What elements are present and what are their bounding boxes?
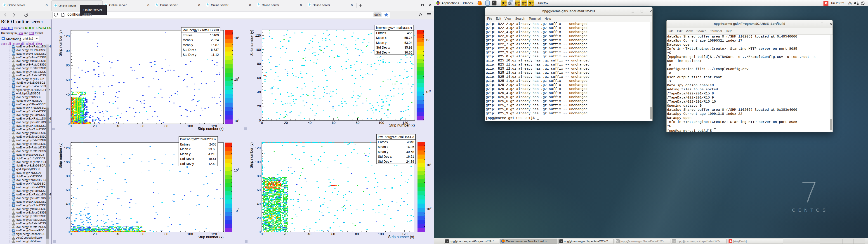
- svg-text:120: 120: [64, 34, 70, 38]
- svg-text:60: 60: [257, 76, 261, 80]
- svg-text:40: 40: [117, 232, 121, 236]
- svg-text:Strip number (x): Strip number (x): [197, 127, 223, 130]
- svg-text:0: 0: [259, 230, 260, 234]
- svg-text:100: 100: [187, 232, 193, 236]
- svg-text:0: 0: [68, 122, 70, 126]
- svg-text:120: 120: [64, 146, 70, 150]
- svg-text:20: 20: [284, 232, 287, 236]
- svg-text:lowEnergyXYTotalDSSD0: lowEnergyXYTotalDSSD0: [183, 28, 219, 32]
- svg-text:Std Dev x: Std Dev x: [376, 45, 390, 49]
- svg-text:Entries: Entries: [376, 31, 386, 35]
- svg-text:16.91: 16.91: [406, 155, 414, 158]
- svg-text:Mean y: Mean y: [378, 150, 388, 154]
- svg-text:Entries: Entries: [180, 143, 190, 146]
- svg-text:4348: 4348: [407, 140, 414, 144]
- svg-text:53.04: 53.04: [404, 41, 412, 44]
- svg-text:120: 120: [255, 33, 261, 37]
- svg-text:120: 120: [255, 146, 260, 150]
- svg-text:100: 100: [64, 49, 70, 53]
- svg-text:Mean y: Mean y: [183, 43, 193, 47]
- svg-text:60: 60: [66, 78, 70, 82]
- svg-text:20: 20: [284, 121, 288, 124]
- svg-text:40: 40: [66, 93, 70, 96]
- svg-text:Std Dev x: Std Dev x: [378, 155, 392, 158]
- svg-text:14.36: 14.36: [406, 145, 414, 149]
- svg-text:100: 100: [426, 90, 431, 94]
- svg-text:40: 40: [308, 121, 312, 124]
- svg-text:Strip number (x): Strip number (x): [389, 123, 415, 127]
- svg-text:100: 100: [378, 121, 384, 124]
- svg-text:lowEnergyXYTotalDSSD1: lowEnergyXYTotalDSSD1: [376, 26, 412, 30]
- svg-text:Entries: Entries: [183, 33, 193, 37]
- svg-text:idas: idas: [518, 2, 520, 4]
- svg-text:20: 20: [257, 216, 260, 220]
- svg-text:60: 60: [332, 121, 336, 124]
- svg-text:40: 40: [257, 90, 261, 94]
- svg-text:idas: idas: [504, 2, 506, 4]
- svg-text:100: 100: [234, 208, 239, 213]
- svg-text:idas: idas: [531, 2, 534, 4]
- svg-text:0: 0: [261, 232, 263, 236]
- svg-text:60: 60: [331, 232, 335, 236]
- svg-text:lowEnergyXYTotalDSSD2: lowEnergyXYTotalDSSD2: [180, 138, 217, 141]
- svg-text:40.68: 40.68: [406, 150, 414, 154]
- svg-text:Strip number (x): Strip number (x): [388, 235, 414, 239]
- svg-text:0: 0: [261, 121, 263, 124]
- svg-text:18.41: 18.41: [209, 157, 216, 161]
- svg-text:Strip number (y): Strip number (y): [250, 142, 253, 168]
- svg-text:11.12: 11.12: [211, 53, 219, 57]
- svg-text:Std Dev y: Std Dev y: [180, 162, 194, 165]
- svg-text:100: 100: [64, 160, 70, 164]
- svg-text:6.337: 6.337: [211, 48, 219, 52]
- svg-text:60: 60: [66, 188, 70, 192]
- svg-text:Mean y: Mean y: [180, 152, 191, 156]
- svg-text:80: 80: [355, 232, 359, 236]
- svg-text:10109: 10109: [210, 33, 219, 37]
- svg-text:100: 100: [426, 207, 432, 211]
- svg-text:101: 101: [234, 168, 239, 172]
- svg-text:lowEnergyXYTotalDSSD3: lowEnergyXYTotalDSSD3: [378, 135, 414, 139]
- svg-text:20: 20: [66, 107, 70, 111]
- svg-text:101: 101: [426, 37, 431, 41]
- svg-text:35.92: 35.92: [404, 45, 412, 49]
- svg-text:100: 100: [255, 48, 261, 52]
- svg-text:60: 60: [257, 188, 260, 192]
- svg-text:24.89: 24.89: [406, 160, 414, 163]
- svg-text:0: 0: [68, 230, 70, 234]
- svg-text:Std Dev x: Std Dev x: [180, 157, 194, 161]
- svg-text:2468: 2468: [209, 143, 216, 146]
- svg-text:Std Dev y: Std Dev y: [376, 51, 390, 54]
- svg-text:2.324: 2.324: [211, 38, 219, 42]
- svg-text:23.65: 23.65: [209, 147, 216, 151]
- svg-text:20: 20: [93, 124, 97, 128]
- svg-text:Mean x: Mean x: [378, 145, 388, 149]
- svg-text:80: 80: [164, 124, 168, 128]
- svg-text:20: 20: [257, 104, 261, 108]
- svg-text:55.73: 55.73: [404, 36, 412, 39]
- svg-text:40: 40: [66, 202, 70, 206]
- svg-text:Mean x: Mean x: [183, 38, 193, 42]
- svg-text:Mean x: Mean x: [180, 147, 191, 151]
- svg-text:12.62: 12.62: [209, 162, 216, 165]
- svg-text:100: 100: [187, 124, 193, 128]
- svg-text:0: 0: [70, 232, 72, 236]
- svg-text:CENTOS: CENTOS: [792, 208, 829, 213]
- svg-text:80: 80: [257, 174, 260, 178]
- svg-text:Strip number (y): Strip number (y): [59, 143, 62, 169]
- svg-text:Std Dev y: Std Dev y: [378, 160, 392, 163]
- svg-text:Mean x: Mean x: [376, 36, 386, 39]
- svg-text:idas: idas: [524, 2, 527, 4]
- svg-text:15.87: 15.87: [211, 43, 219, 47]
- svg-text:100: 100: [255, 160, 260, 164]
- svg-text:80: 80: [356, 121, 360, 124]
- svg-text:40: 40: [308, 232, 311, 236]
- svg-text:455: 455: [407, 31, 412, 35]
- svg-text:Strip number (y): Strip number (y): [59, 30, 62, 56]
- svg-text:Mean y: Mean y: [376, 41, 386, 44]
- svg-text:36.30: 36.30: [404, 51, 412, 54]
- svg-text:0: 0: [70, 124, 72, 128]
- svg-text:40: 40: [257, 202, 260, 206]
- svg-text:80: 80: [257, 62, 261, 65]
- svg-text:20: 20: [66, 216, 70, 220]
- svg-text:40: 40: [117, 124, 121, 128]
